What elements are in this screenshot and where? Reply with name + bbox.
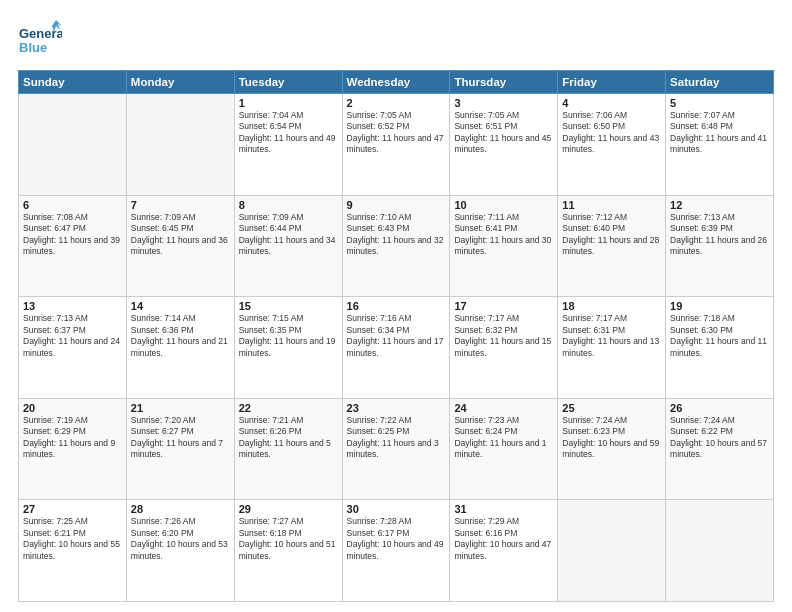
calendar-cell: 6Sunrise: 7:08 AM Sunset: 6:47 PM Daylig… xyxy=(19,195,127,297)
calendar-header-row: SundayMondayTuesdayWednesdayThursdayFrid… xyxy=(19,71,774,94)
calendar-cell: 19Sunrise: 7:18 AM Sunset: 6:30 PM Dayli… xyxy=(666,297,774,399)
calendar-cell: 17Sunrise: 7:17 AM Sunset: 6:32 PM Dayli… xyxy=(450,297,558,399)
calendar-cell: 15Sunrise: 7:15 AM Sunset: 6:35 PM Dayli… xyxy=(234,297,342,399)
day-info: Sunrise: 7:25 AM Sunset: 6:21 PM Dayligh… xyxy=(23,516,122,562)
day-number: 27 xyxy=(23,503,122,515)
day-number: 13 xyxy=(23,300,122,312)
day-number: 18 xyxy=(562,300,661,312)
day-info: Sunrise: 7:24 AM Sunset: 6:22 PM Dayligh… xyxy=(670,415,769,461)
day-info: Sunrise: 7:28 AM Sunset: 6:17 PM Dayligh… xyxy=(347,516,446,562)
day-info: Sunrise: 7:16 AM Sunset: 6:34 PM Dayligh… xyxy=(347,313,446,359)
day-number: 22 xyxy=(239,402,338,414)
calendar-cell: 2Sunrise: 7:05 AM Sunset: 6:52 PM Daylig… xyxy=(342,94,450,196)
day-number: 9 xyxy=(347,199,446,211)
calendar-cell: 11Sunrise: 7:12 AM Sunset: 6:40 PM Dayli… xyxy=(558,195,666,297)
day-number: 26 xyxy=(670,402,769,414)
day-number: 28 xyxy=(131,503,230,515)
calendar-cell: 10Sunrise: 7:11 AM Sunset: 6:41 PM Dayli… xyxy=(450,195,558,297)
day-number: 2 xyxy=(347,97,446,109)
day-number: 30 xyxy=(347,503,446,515)
day-info: Sunrise: 7:23 AM Sunset: 6:24 PM Dayligh… xyxy=(454,415,553,461)
calendar-week-0: 1Sunrise: 7:04 AM Sunset: 6:54 PM Daylig… xyxy=(19,94,774,196)
day-of-week-wednesday: Wednesday xyxy=(342,71,450,94)
calendar-cell: 20Sunrise: 7:19 AM Sunset: 6:29 PM Dayli… xyxy=(19,398,127,500)
day-of-week-thursday: Thursday xyxy=(450,71,558,94)
day-number: 1 xyxy=(239,97,338,109)
day-of-week-friday: Friday xyxy=(558,71,666,94)
calendar-cell: 8Sunrise: 7:09 AM Sunset: 6:44 PM Daylig… xyxy=(234,195,342,297)
day-number: 7 xyxy=(131,199,230,211)
calendar-week-4: 27Sunrise: 7:25 AM Sunset: 6:21 PM Dayli… xyxy=(19,500,774,602)
day-number: 23 xyxy=(347,402,446,414)
day-info: Sunrise: 7:17 AM Sunset: 6:32 PM Dayligh… xyxy=(454,313,553,359)
day-info: Sunrise: 7:18 AM Sunset: 6:30 PM Dayligh… xyxy=(670,313,769,359)
day-number: 21 xyxy=(131,402,230,414)
day-info: Sunrise: 7:09 AM Sunset: 6:44 PM Dayligh… xyxy=(239,212,338,258)
calendar-week-1: 6Sunrise: 7:08 AM Sunset: 6:47 PM Daylig… xyxy=(19,195,774,297)
logo-svg: General Blue xyxy=(18,18,62,62)
day-number: 29 xyxy=(239,503,338,515)
day-info: Sunrise: 7:24 AM Sunset: 6:23 PM Dayligh… xyxy=(562,415,661,461)
day-number: 6 xyxy=(23,199,122,211)
day-number: 25 xyxy=(562,402,661,414)
day-number: 17 xyxy=(454,300,553,312)
day-info: Sunrise: 7:06 AM Sunset: 6:50 PM Dayligh… xyxy=(562,110,661,156)
calendar-cell: 7Sunrise: 7:09 AM Sunset: 6:45 PM Daylig… xyxy=(126,195,234,297)
header: General Blue xyxy=(18,18,774,62)
day-number: 20 xyxy=(23,402,122,414)
calendar-cell xyxy=(126,94,234,196)
calendar-cell: 29Sunrise: 7:27 AM Sunset: 6:18 PM Dayli… xyxy=(234,500,342,602)
day-info: Sunrise: 7:11 AM Sunset: 6:41 PM Dayligh… xyxy=(454,212,553,258)
calendar-cell: 25Sunrise: 7:24 AM Sunset: 6:23 PM Dayli… xyxy=(558,398,666,500)
calendar-cell: 3Sunrise: 7:05 AM Sunset: 6:51 PM Daylig… xyxy=(450,94,558,196)
calendar-cell: 13Sunrise: 7:13 AM Sunset: 6:37 PM Dayli… xyxy=(19,297,127,399)
calendar-cell: 14Sunrise: 7:14 AM Sunset: 6:36 PM Dayli… xyxy=(126,297,234,399)
calendar-cell: 22Sunrise: 7:21 AM Sunset: 6:26 PM Dayli… xyxy=(234,398,342,500)
day-number: 3 xyxy=(454,97,553,109)
calendar-cell: 31Sunrise: 7:29 AM Sunset: 6:16 PM Dayli… xyxy=(450,500,558,602)
day-number: 10 xyxy=(454,199,553,211)
calendar-cell: 27Sunrise: 7:25 AM Sunset: 6:21 PM Dayli… xyxy=(19,500,127,602)
day-number: 12 xyxy=(670,199,769,211)
day-info: Sunrise: 7:04 AM Sunset: 6:54 PM Dayligh… xyxy=(239,110,338,156)
day-info: Sunrise: 7:17 AM Sunset: 6:31 PM Dayligh… xyxy=(562,313,661,359)
day-number: 24 xyxy=(454,402,553,414)
day-info: Sunrise: 7:07 AM Sunset: 6:48 PM Dayligh… xyxy=(670,110,769,156)
calendar-cell: 1Sunrise: 7:04 AM Sunset: 6:54 PM Daylig… xyxy=(234,94,342,196)
day-info: Sunrise: 7:14 AM Sunset: 6:36 PM Dayligh… xyxy=(131,313,230,359)
calendar-cell: 30Sunrise: 7:28 AM Sunset: 6:17 PM Dayli… xyxy=(342,500,450,602)
calendar-cell: 26Sunrise: 7:24 AM Sunset: 6:22 PM Dayli… xyxy=(666,398,774,500)
day-info: Sunrise: 7:19 AM Sunset: 6:29 PM Dayligh… xyxy=(23,415,122,461)
day-of-week-saturday: Saturday xyxy=(666,71,774,94)
logo-container: General Blue xyxy=(18,18,62,62)
day-info: Sunrise: 7:15 AM Sunset: 6:35 PM Dayligh… xyxy=(239,313,338,359)
day-number: 5 xyxy=(670,97,769,109)
day-info: Sunrise: 7:22 AM Sunset: 6:25 PM Dayligh… xyxy=(347,415,446,461)
calendar-cell: 9Sunrise: 7:10 AM Sunset: 6:43 PM Daylig… xyxy=(342,195,450,297)
logo: General Blue xyxy=(18,18,62,62)
day-of-week-monday: Monday xyxy=(126,71,234,94)
calendar-cell: 5Sunrise: 7:07 AM Sunset: 6:48 PM Daylig… xyxy=(666,94,774,196)
day-info: Sunrise: 7:27 AM Sunset: 6:18 PM Dayligh… xyxy=(239,516,338,562)
day-number: 11 xyxy=(562,199,661,211)
calendar-cell: 21Sunrise: 7:20 AM Sunset: 6:27 PM Dayli… xyxy=(126,398,234,500)
calendar-cell: 18Sunrise: 7:17 AM Sunset: 6:31 PM Dayli… xyxy=(558,297,666,399)
calendar-week-2: 13Sunrise: 7:13 AM Sunset: 6:37 PM Dayli… xyxy=(19,297,774,399)
day-info: Sunrise: 7:05 AM Sunset: 6:52 PM Dayligh… xyxy=(347,110,446,156)
day-info: Sunrise: 7:29 AM Sunset: 6:16 PM Dayligh… xyxy=(454,516,553,562)
svg-text:General: General xyxy=(19,26,62,41)
svg-text:Blue: Blue xyxy=(19,40,47,55)
day-info: Sunrise: 7:10 AM Sunset: 6:43 PM Dayligh… xyxy=(347,212,446,258)
day-number: 14 xyxy=(131,300,230,312)
day-info: Sunrise: 7:13 AM Sunset: 6:37 PM Dayligh… xyxy=(23,313,122,359)
day-number: 16 xyxy=(347,300,446,312)
day-info: Sunrise: 7:21 AM Sunset: 6:26 PM Dayligh… xyxy=(239,415,338,461)
day-info: Sunrise: 7:26 AM Sunset: 6:20 PM Dayligh… xyxy=(131,516,230,562)
day-info: Sunrise: 7:20 AM Sunset: 6:27 PM Dayligh… xyxy=(131,415,230,461)
day-info: Sunrise: 7:12 AM Sunset: 6:40 PM Dayligh… xyxy=(562,212,661,258)
calendar-cell xyxy=(666,500,774,602)
day-of-week-sunday: Sunday xyxy=(19,71,127,94)
calendar-table: SundayMondayTuesdayWednesdayThursdayFrid… xyxy=(18,70,774,602)
calendar-cell: 24Sunrise: 7:23 AM Sunset: 6:24 PM Dayli… xyxy=(450,398,558,500)
calendar-cell: 16Sunrise: 7:16 AM Sunset: 6:34 PM Dayli… xyxy=(342,297,450,399)
